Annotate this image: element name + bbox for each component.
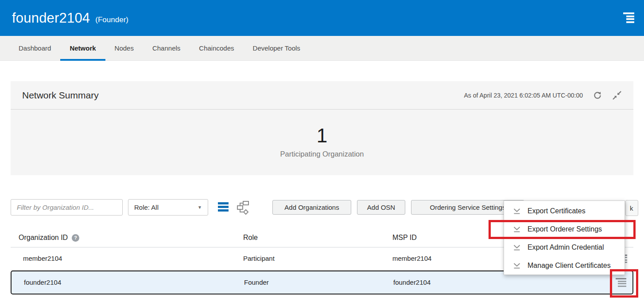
cell-org-id: member2104 <box>23 255 62 262</box>
cell-msp-id: member2104 <box>392 255 431 262</box>
tab-chaincodes[interactable]: Chaincodes <box>190 36 243 60</box>
participating-org-count: 1 <box>317 126 327 145</box>
participating-org-label: Participating Organization <box>280 150 364 158</box>
network-summary-panel: Network Summary As of April 23, 2021 6:0… <box>11 81 633 175</box>
row-action-context-menu: Export Certificates Export Orderer Setti… <box>504 200 625 275</box>
add-osn-button[interactable]: Add OSN <box>357 200 405 215</box>
partially-hidden-button[interactable]: k <box>625 200 638 216</box>
menu-line <box>623 12 634 14</box>
network-summary-title: Network Summary <box>22 90 99 101</box>
role-filter-select[interactable]: Role: All ▼ <box>128 199 208 216</box>
network-summary-header: Network Summary As of April 23, 2021 6:0… <box>11 81 633 110</box>
tab-bar: Dashboard Network Nodes Channels Chainco… <box>0 36 644 61</box>
collapse-icon[interactable] <box>612 90 622 100</box>
export-icon <box>513 244 520 251</box>
menu-item-export-orderer-settings[interactable]: Export Orderer Settings <box>504 220 625 238</box>
tab-channels[interactable]: Channels <box>143 36 190 60</box>
export-icon <box>513 208 520 214</box>
cell-role: Founder <box>244 279 269 286</box>
tab-dashboard[interactable]: Dashboard <box>9 36 60 60</box>
as-of-timestamp: As of April 23, 2021 6:02:05 AM UTC-00:0… <box>464 92 583 99</box>
role-filter-value: Role: All <box>134 204 159 211</box>
tab-developer-tools[interactable]: Developer Tools <box>244 36 310 60</box>
chevron-down-icon: ▼ <box>198 205 202 210</box>
menu-line <box>626 21 634 23</box>
summary-meta: As of April 23, 2021 6:02:05 AM UTC-00:0… <box>464 90 622 100</box>
list-view-icon[interactable] <box>218 202 229 212</box>
export-icon <box>513 226 520 232</box>
topology-view-icon[interactable] <box>237 200 249 215</box>
menu-line <box>626 18 634 20</box>
add-organizations-button[interactable]: Add Organizations <box>272 200 351 215</box>
tab-network[interactable]: Network <box>60 36 105 60</box>
app-header: founder2104 (Founder) <box>0 0 644 36</box>
menu-item-export-admin-credential[interactable]: Export Admin Credential <box>504 238 625 256</box>
menu-line <box>626 16 634 17</box>
column-header-organization-id: Organization ID ? <box>19 234 79 242</box>
title-wrap: founder2104 (Founder) <box>12 0 128 36</box>
column-header-msp-id: MSP ID <box>392 234 417 242</box>
tab-nodes[interactable]: Nodes <box>105 36 143 60</box>
menu-item-manage-client-certificates[interactable]: Manage Client Certificates <box>504 256 625 275</box>
summary-body: 1 Participating Organization <box>11 110 633 175</box>
cell-org-id: founder2104 <box>24 279 61 286</box>
cell-role: Participant <box>243 255 275 262</box>
cell-msp-id: founder2104 <box>393 279 431 286</box>
filter-input[interactable] <box>11 199 123 216</box>
global-menu-icon[interactable] <box>623 12 634 23</box>
partial-button-text: k <box>630 204 633 212</box>
refresh-icon[interactable] <box>593 90 602 100</box>
export-icon <box>513 263 520 269</box>
page-subtitle: (Founder) <box>95 12 128 24</box>
page-title: founder2104 <box>12 10 90 26</box>
app-root: founder2104 (Founder) Dashboard Network … <box>0 0 644 306</box>
menu-item-export-certificates[interactable]: Export Certificates <box>504 202 625 220</box>
row-action-menu-icon[interactable] <box>616 278 626 287</box>
help-icon[interactable]: ? <box>72 234 79 242</box>
column-header-role: Role <box>243 234 258 242</box>
